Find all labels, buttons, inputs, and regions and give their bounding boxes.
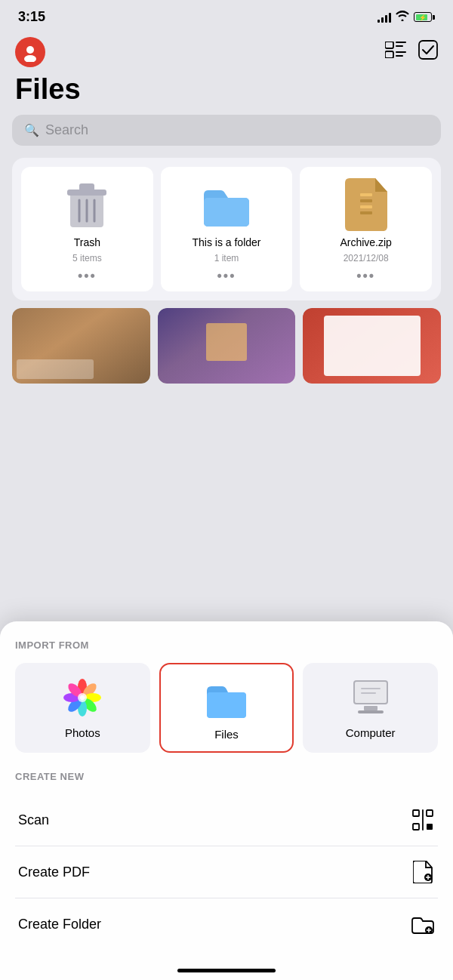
file-more-folder[interactable]: ••• (217, 268, 236, 284)
file-image-grid (12, 308, 441, 384)
pdf-label: Create PDF (18, 864, 90, 880)
svg-rect-8 (396, 55, 403, 57)
svg-rect-35 (361, 688, 381, 689)
file-item-trash[interactable]: Trash 5 items ••• (21, 167, 153, 291)
folder-icon (199, 177, 254, 232)
import-computer[interactable]: Computer (303, 663, 438, 753)
create-new-section: Scan Create PDF (15, 794, 438, 950)
wifi-icon (396, 11, 409, 23)
status-bar: 3:15 ⚡ (0, 0, 453, 31)
files-folder-icon (205, 678, 248, 720)
page-title: Files (0, 70, 453, 115)
file-img-item-1[interactable] (12, 308, 150, 384)
import-files[interactable]: Files (159, 663, 294, 753)
battery-icon: ⚡ (414, 12, 435, 22)
photos-icon (61, 676, 103, 719)
file-grid: Trash 5 items ••• This is a folder 1 ite… (12, 158, 441, 300)
import-section-label: IMPORT FROM (15, 639, 438, 651)
svg-point-29 (78, 693, 87, 702)
svg-rect-37 (413, 810, 419, 816)
file-meta-folder: 1 item (214, 253, 239, 263)
create-section-label: CREATE NEW (15, 771, 438, 782)
folder-new-icon (411, 912, 435, 936)
file-item-folder[interactable]: This is a folder 1 item ••• (161, 167, 293, 291)
svg-rect-41 (427, 824, 433, 830)
create-pdf[interactable]: Create PDF (15, 846, 438, 898)
signal-icon (378, 12, 391, 23)
file-meta-trash: 5 items (72, 253, 102, 263)
svg-rect-19 (360, 205, 372, 208)
file-name-folder: This is a folder (192, 236, 260, 248)
file-img-item-2[interactable] (158, 308, 296, 384)
file-more-trash[interactable]: ••• (78, 268, 97, 284)
file-item-archive[interactable]: Archive.zip 2021/12/08 ••• (300, 167, 432, 291)
svg-rect-7 (396, 51, 406, 53)
status-time: 3:15 (18, 9, 45, 25)
home-indicator (177, 969, 276, 972)
import-options: Photos Files (15, 663, 438, 753)
app-logo[interactable] (15, 37, 45, 67)
list-view-icon[interactable] (385, 42, 406, 63)
pdf-icon (411, 860, 435, 884)
svg-rect-12 (79, 183, 94, 191)
search-bar[interactable]: 🔍 Search (12, 115, 441, 146)
file-name-trash: Trash (74, 236, 100, 248)
app-header (0, 31, 453, 70)
import-photos[interactable]: Photos (15, 663, 150, 753)
file-name-archive: Archive.zip (340, 236, 391, 248)
svg-rect-6 (385, 51, 393, 58)
svg-rect-18 (360, 199, 372, 202)
svg-rect-5 (396, 45, 403, 47)
file-more-archive[interactable]: ••• (356, 268, 375, 284)
bottom-sheet: IMPORT FROM (0, 621, 453, 980)
folder-label: Create Folder (18, 917, 101, 932)
svg-rect-34 (358, 710, 384, 713)
svg-rect-30 (207, 692, 246, 718)
svg-point-1 (26, 46, 34, 54)
search-icon: 🔍 (24, 123, 39, 137)
header-actions (385, 40, 438, 64)
status-icons: ⚡ (378, 11, 435, 23)
svg-rect-33 (364, 706, 378, 710)
file-meta-archive: 2021/12/08 (344, 253, 389, 263)
zip-icon (339, 177, 393, 232)
search-placeholder: Search (45, 122, 88, 138)
svg-rect-17 (360, 193, 372, 196)
computer-icon (350, 676, 392, 719)
create-folder[interactable]: Create Folder (15, 898, 438, 950)
svg-rect-38 (427, 810, 433, 816)
svg-rect-36 (361, 692, 376, 694)
svg-rect-20 (360, 211, 372, 214)
file-img-item-3[interactable] (303, 308, 441, 384)
files-label: Files (214, 728, 239, 741)
create-scan[interactable]: Scan (15, 794, 438, 846)
photos-label: Photos (65, 726, 100, 739)
trash-icon (60, 177, 114, 232)
computer-label: Computer (346, 726, 396, 739)
scan-label: Scan (18, 812, 49, 828)
svg-rect-16 (204, 198, 249, 227)
svg-rect-3 (385, 42, 393, 48)
scan-icon (411, 808, 435, 832)
svg-rect-4 (396, 42, 406, 43)
svg-rect-39 (413, 824, 419, 830)
checkbox-icon[interactable] (418, 40, 438, 64)
svg-rect-9 (419, 41, 437, 59)
